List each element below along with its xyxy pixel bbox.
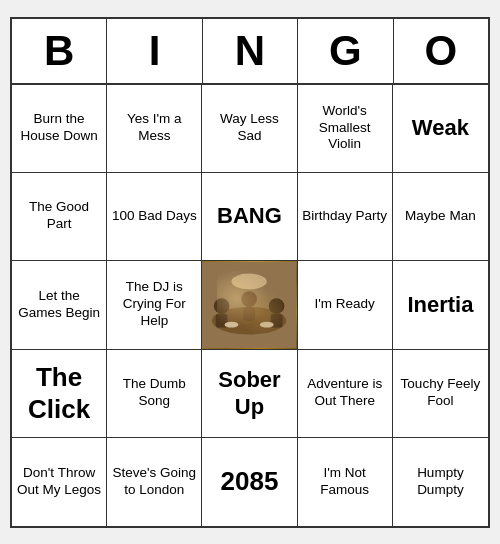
cell-text-r1c3: Way Less Sad — [206, 111, 292, 145]
bingo-cell-r5c2: Steve's Going to London — [107, 438, 202, 526]
cell-text-r2c2: 100 Bad Days — [112, 208, 197, 225]
bingo-cell-r4c1: The Click — [12, 350, 107, 438]
svg-point-1 — [212, 306, 287, 333]
cell-text-r1c1: Burn the House Down — [16, 111, 102, 145]
bingo-header: BINGO — [12, 19, 488, 85]
bingo-cell-r2c3: BANG — [202, 173, 297, 261]
cell-text-r5c5: Humpty Dumpty — [397, 465, 484, 499]
svg-rect-11 — [202, 261, 296, 347]
svg-point-2 — [232, 273, 267, 289]
cell-text-r5c1: Don't Throw Out My Legos — [16, 465, 102, 499]
bingo-cell-r2c4: Birthday Party — [298, 173, 393, 261]
bingo-cell-r1c5: Weak — [393, 85, 488, 173]
bingo-cell-r1c4: World's Smallest Violin — [298, 85, 393, 173]
header-letter-b: B — [12, 19, 107, 83]
cell-text-r4c1: The Click — [16, 361, 102, 426]
bingo-cell-r5c5: Humpty Dumpty — [393, 438, 488, 526]
cell-text-r4c3: Sober Up — [206, 366, 292, 421]
bingo-cell-r1c1: Burn the House Down — [12, 85, 107, 173]
cell-text-r3c5: Inertia — [407, 291, 473, 319]
header-letter-g: G — [298, 19, 393, 83]
bingo-cell-r1c2: Yes I'm a Mess — [107, 85, 202, 173]
bingo-cell-r1c3: Way Less Sad — [202, 85, 297, 173]
cell-text-r4c2: The Dumb Song — [111, 376, 197, 410]
cell-text-r1c4: World's Smallest Violin — [302, 103, 388, 154]
cell-text-r4c4: Adventure is Out There — [302, 376, 388, 410]
bingo-cell-r2c1: The Good Part — [12, 173, 107, 261]
cell-text-r2c5: Maybe Man — [405, 208, 476, 225]
cell-text-r5c4: I'm Not Famous — [302, 465, 388, 499]
cell-text-r2c1: The Good Part — [16, 199, 102, 233]
svg-rect-8 — [271, 313, 283, 327]
cell-text-r3c2: The DJ is Crying For Help — [111, 279, 197, 330]
bingo-cell-r5c4: I'm Not Famous — [298, 438, 393, 526]
cell-text-r4c5: Touchy Feely Fool — [397, 376, 484, 410]
svg-rect-6 — [244, 306, 256, 320]
bingo-cell-r3c3 — [202, 261, 297, 350]
photo-image — [202, 261, 296, 349]
bingo-cell-r2c2: 100 Bad Days — [107, 173, 202, 261]
cell-text-r1c2: Yes I'm a Mess — [111, 111, 197, 145]
svg-point-9 — [225, 321, 239, 327]
cell-text-r3c4: I'm Ready — [315, 296, 375, 313]
svg-rect-4 — [216, 313, 228, 327]
bingo-cell-r3c1: Let the Games Begin — [12, 261, 107, 350]
bingo-cell-r5c3: 2085 — [202, 438, 297, 526]
cell-text-r5c3: 2085 — [221, 465, 279, 498]
bingo-grid: Burn the House DownYes I'm a MessWay Les… — [12, 85, 488, 526]
cell-text-r3c1: Let the Games Begin — [16, 288, 102, 322]
bingo-cell-r4c5: Touchy Feely Fool — [393, 350, 488, 438]
bingo-cell-r5c1: Don't Throw Out My Legos — [12, 438, 107, 526]
header-letter-o: O — [394, 19, 488, 83]
cell-text-r2c3: BANG — [217, 202, 282, 230]
cell-text-r2c4: Birthday Party — [302, 208, 387, 225]
cell-text-r1c5: Weak — [412, 114, 469, 142]
svg-point-3 — [214, 298, 230, 314]
svg-point-5 — [242, 291, 258, 307]
header-letter-i: I — [107, 19, 202, 83]
svg-point-10 — [260, 321, 274, 327]
bingo-cell-r4c3: Sober Up — [202, 350, 297, 438]
bingo-cell-r4c4: Adventure is Out There — [298, 350, 393, 438]
bingo-card: BINGO Burn the House DownYes I'm a MessW… — [10, 17, 490, 528]
bingo-cell-r3c4: I'm Ready — [298, 261, 393, 350]
bingo-cell-r3c2: The DJ is Crying For Help — [107, 261, 202, 350]
bingo-cell-r4c2: The Dumb Song — [107, 350, 202, 438]
bingo-cell-r2c5: Maybe Man — [393, 173, 488, 261]
cell-text-r5c2: Steve's Going to London — [111, 465, 197, 499]
bingo-cell-r3c5: Inertia — [393, 261, 488, 350]
header-letter-n: N — [203, 19, 298, 83]
